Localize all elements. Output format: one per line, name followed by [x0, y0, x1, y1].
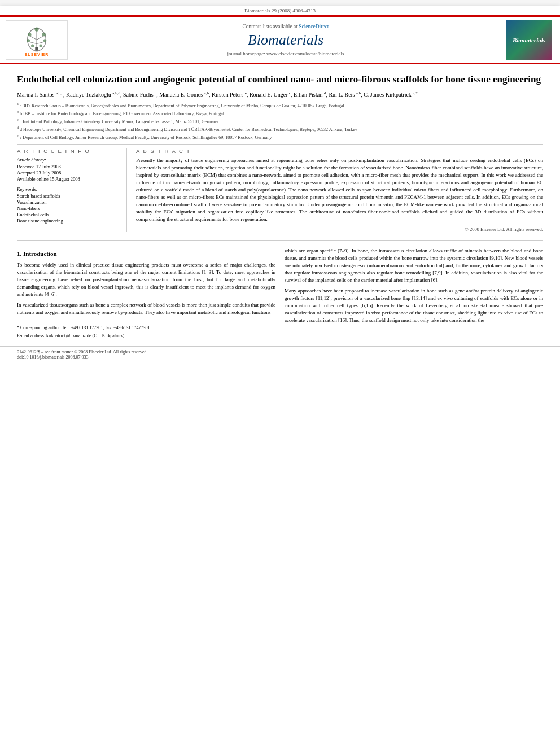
- section-title-text: Introduction: [23, 250, 57, 257]
- affiliation-a: a a 3B's Research Group – Biomaterials, …: [17, 102, 543, 109]
- svg-point-10: [27, 39, 30, 42]
- svg-point-11: [43, 39, 46, 42]
- biomaterials-corner-logo: Biomaterials: [506, 20, 552, 60]
- separator: [17, 144, 543, 145]
- section-number: 1.: [17, 250, 23, 257]
- keywords-title: Keywords:: [17, 186, 120, 192]
- article-info-heading: A R T I C L E I N F O: [17, 148, 120, 154]
- elsevier-wordmark: ELSEVIER: [25, 53, 49, 56]
- issn-line: 0142-9612/$ – see front matter © 2008 El…: [17, 350, 543, 355]
- keyword-1: Starch-based scaffolds: [17, 193, 120, 199]
- journal-homepage: journal homepage: www.elsevier.com/locat…: [228, 51, 344, 56]
- available-online: Available online 15 August 2008: [17, 176, 120, 182]
- svg-point-12: [31, 44, 34, 47]
- doi-bar: 0142-9612/$ – see front matter © 2008 El…: [0, 346, 560, 362]
- elsevier-tree-icon: [20, 24, 54, 53]
- corner-logo-text: Biomaterials: [513, 37, 545, 43]
- section-divider: [17, 240, 543, 241]
- svg-point-7: [34, 27, 38, 31]
- page: Biomaterials 29 (2008) 4306–4313: [0, 6, 560, 747]
- footnote-email-text: E-mail address: kirkpatrick@ukmainz.de (…: [17, 333, 125, 338]
- body-right-column: which are organ-specific [7–9]. In bone,…: [285, 247, 543, 340]
- abstract-text: Presently the majority of tissue enginee…: [136, 157, 543, 223]
- contents-available-line: Contents lists available at ScienceDirec…: [242, 24, 329, 29]
- affiliation-d: d d Hacettepe University, Chemical Engin…: [17, 125, 543, 133]
- svg-line-6: [37, 42, 43, 43]
- article-history-block: Article history: Received 17 July 2008 A…: [17, 157, 120, 182]
- keyword-5: Bone tissue engineering: [17, 218, 120, 224]
- copyright-line: © 2008 Elsevier Ltd. All rights reserved…: [136, 226, 543, 232]
- affiliations-block: a a 3B's Research Group – Biomaterials, …: [17, 102, 543, 140]
- svg-point-9: [42, 33, 46, 36]
- journal-reference-bar: Biomaterials 29 (2008) 4306–4313: [0, 6, 560, 15]
- intro-paragraph-4: Many approaches have been proposed to in…: [285, 287, 543, 324]
- article-header-section: Endothelial cell colonization and angiog…: [0, 64, 560, 238]
- received-date: Received 17 July 2008: [17, 164, 120, 169]
- intro-paragraph-1: To become widely used in clinical practi…: [17, 261, 275, 298]
- svg-point-8: [28, 33, 31, 36]
- article-info-column: A R T I C L E I N F O Article history: R…: [17, 148, 127, 232]
- affiliation-b: b b IBB – Institute for Biotechnology an…: [17, 110, 543, 117]
- footnote-email: E-mail address: kirkpatrick@ukmainz.de (…: [17, 333, 275, 339]
- footnotes-block: * Corresponding author. Tel.: +49 6131 1…: [17, 322, 275, 339]
- keyword-2: Vascularization: [17, 199, 120, 205]
- affiliation-c: c c Institute of Pathology, Johannes Gut…: [17, 117, 543, 125]
- abstract-column: A B S T R A C T Presently the majority o…: [136, 148, 543, 232]
- intro-paragraph-3: which are organ-specific [7–9]. In bone,…: [285, 247, 543, 284]
- intro-paragraph-2: In vascularized tissues/organs such as b…: [17, 302, 275, 316]
- authors-line: Marina I. Santos a,b,c, Kadriye Tuzlakog…: [17, 90, 543, 99]
- keyword-4: Endothelial cells: [17, 212, 120, 217]
- journal-title-block: Contents lists available at ScienceDirec…: [68, 20, 504, 60]
- affiliation-e: e e Department of Cell Biology, Junior R…: [17, 133, 543, 141]
- svg-point-13: [40, 44, 42, 47]
- journal-header: ELSEVIER Contents lists available at Sci…: [0, 17, 560, 64]
- accepted-date: Accepted 23 July 2008: [17, 170, 120, 176]
- body-section: 1. Introduction To become widely used in…: [0, 243, 560, 346]
- contents-available-text: Contents lists available at: [242, 24, 297, 29]
- elsevier-logo-block: ELSEVIER: [6, 20, 68, 60]
- article-history-title: Article history:: [17, 157, 120, 163]
- corner-logo-block: Biomaterials: [504, 20, 554, 60]
- body-two-col: 1. Introduction To become widely used in…: [17, 247, 543, 340]
- sciencedirect-link[interactable]: ScienceDirect: [299, 24, 329, 29]
- doi-line: doi:10.1016/j.biomaterials.2008.07.033: [17, 355, 543, 360]
- keywords-block: Keywords: Starch-based scaffolds Vascula…: [17, 186, 120, 224]
- info-abstract-section: A R T I C L E I N F O Article history: R…: [17, 148, 543, 232]
- svg-line-5: [30, 42, 37, 43]
- article-title: Endothelial cell colonization and angiog…: [17, 73, 543, 86]
- journal-reference: Biomaterials 29 (2008) 4306–4313: [244, 8, 316, 14]
- footnote-corresponding: * Corresponding author. Tel.: +49 6131 1…: [17, 325, 275, 331]
- introduction-title: 1. Introduction: [17, 250, 275, 259]
- journal-title: Biomaterials: [248, 32, 323, 49]
- keyword-3: Nano-fibers: [17, 206, 120, 211]
- body-left-column: 1. Introduction To become widely used in…: [17, 247, 275, 340]
- abstract-heading: A B S T R A C T: [136, 148, 543, 154]
- authors-text: Marina I. Santos a,b,c, Kadriye Tuzlakog…: [17, 91, 418, 98]
